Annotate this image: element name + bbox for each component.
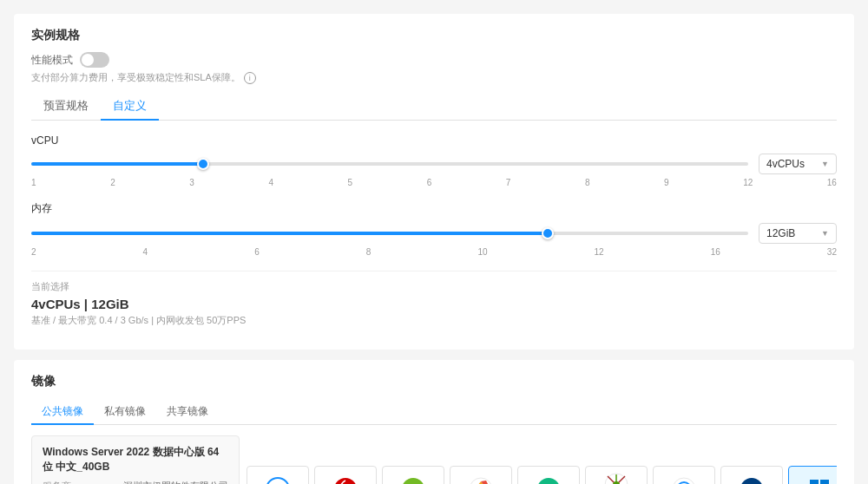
windows-icon (806, 476, 832, 484)
os-item-almalinux[interactable]: AlmaLinux (450, 466, 512, 485)
memory-thumb[interactable] (542, 227, 554, 239)
image-card-title: Windows Server 2022 数据中心版 64位 中文_40GB (43, 445, 228, 474)
image-section: 镜像 公共镜像 私有镜像 共享镜像 Windows Server 2022 数据… (14, 360, 854, 484)
tab-private-image[interactable]: 私有镜像 (94, 400, 156, 425)
memory-fill (31, 232, 548, 235)
image-info-card: Windows Server 2022 数据中心版 64位 中文_40GB 服务… (31, 435, 240, 484)
os-item-windows[interactable]: Windows (788, 466, 837, 485)
memory-label: 内存 (31, 201, 837, 216)
svg-rect-29 (810, 480, 819, 484)
os-item-centos[interactable]: CentOS Stream (585, 466, 648, 485)
os-item-debian[interactable]: Debian (314, 466, 377, 485)
almalinux-icon (468, 476, 494, 484)
rockylinux-icon: Rocky (536, 476, 562, 484)
perf-mode-label: 性能模式 (31, 53, 73, 68)
vcpu-label: vCPU (31, 134, 837, 147)
provider-value: 深圳市伊盟软件有限公司 (123, 480, 228, 484)
provider-key: 服务商： (43, 480, 81, 484)
vcpu-slider-wrapper[interactable] (31, 154, 748, 174)
os-grid: E EulerOS Debian (247, 435, 837, 484)
vcpu-select[interactable]: 4vCPUs ▼ (759, 154, 837, 174)
tab-preset[interactable]: 预置规格 (31, 93, 101, 121)
image-content: Windows Server 2022 数据中心版 64位 中文_40GB 服务… (31, 435, 837, 484)
openeuler-icon: openEuler (739, 476, 765, 484)
memory-chevron-icon: ▼ (821, 229, 829, 238)
os-item-openeuler[interactable]: openEuler openEuler (720, 466, 783, 485)
current-selection: 当前选择 4vCPUs | 12GiB 基准 / 最大带宽 0.4 / 3 Gb… (31, 271, 837, 336)
svg-point-6 (402, 478, 424, 484)
vcpu-chevron-icon: ▼ (821, 160, 829, 168)
vcpu-track (31, 162, 748, 166)
os-item-opensuse[interactable]: SUSE OpenSUSE (382, 466, 444, 485)
centos-icon (603, 473, 629, 485)
vcpu-fill (31, 162, 203, 166)
svg-point-27 (740, 478, 763, 484)
debian-icon (332, 476, 358, 484)
os-item-coreos[interactable]: OS CoreOS (653, 466, 715, 485)
image-provider-row: 服务商： 深圳市伊盟软件有限公司 (43, 480, 228, 484)
memory-slider-wrapper[interactable] (31, 223, 748, 244)
image-tabs: 公共镜像 私有镜像 共享镜像 (31, 400, 837, 425)
image-title: 镜像 (31, 374, 837, 389)
os-item-euler[interactable]: E EulerOS (247, 466, 309, 485)
current-label: 当前选择 (31, 280, 837, 293)
perf-mode-toggle[interactable] (80, 52, 109, 68)
current-desc: 基准 / 最大带宽 0.4 / 3 Gb/s | 内网收发包 50万PPS (31, 314, 837, 327)
os-item-rockylinux[interactable]: Rocky Rocky Linux (517, 466, 580, 485)
spec-tabs: 预置规格 自定义 (31, 93, 837, 121)
memory-select[interactable]: 12GiB ▼ (759, 223, 837, 244)
svg-rect-30 (820, 480, 829, 484)
coreos-icon: OS (671, 476, 697, 484)
tab-public-image[interactable]: 公共镜像 (31, 400, 94, 425)
svg-point-3 (266, 478, 289, 484)
vcpu-thumb[interactable] (197, 158, 209, 170)
euler-icon: E (265, 476, 291, 484)
opensuse-icon: SUSE (400, 476, 426, 484)
current-value: 4vCPUs | 12GiB (31, 297, 837, 311)
info-icon[interactable]: i (244, 72, 256, 84)
perf-mode-help: 支付部分算力费用，享受极致稳定性和SLA保障。 i (31, 71, 837, 84)
memory-track (31, 232, 748, 235)
vcpu-ticks: 1 2 3 4 5 6 7 8 9 12 16 (31, 178, 837, 187)
tab-custom[interactable]: 自定义 (101, 93, 159, 121)
instance-spec-title: 实例规格 (31, 28, 837, 43)
svg-point-15 (537, 478, 560, 484)
vcpu-section: vCPU 4vCPUs ▼ 1 2 3 4 5 6 (31, 134, 837, 187)
tab-shared-image[interactable]: 共享镜像 (156, 400, 219, 425)
memory-ticks: 2 4 6 8 10 12 16 32 (31, 247, 837, 257)
memory-section: 内存 12GiB ▼ 2 4 6 8 10 12 (31, 201, 837, 257)
